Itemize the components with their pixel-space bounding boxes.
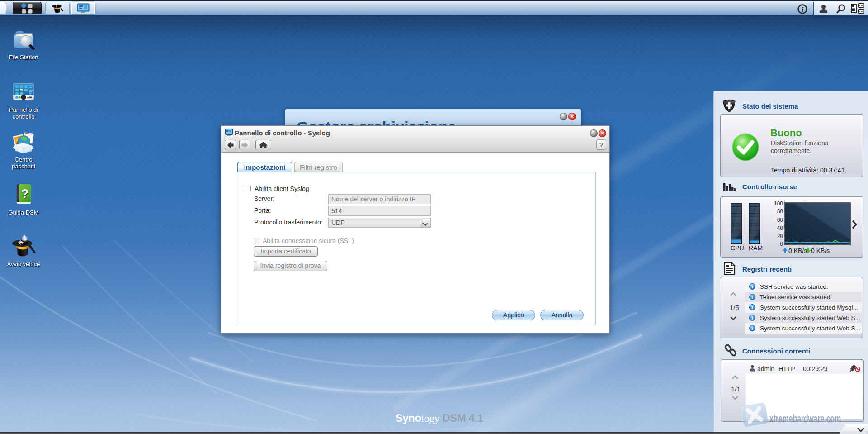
svg-text:0 KB/s: 0 KB/s bbox=[788, 247, 807, 254]
svg-text:20: 20 bbox=[777, 233, 783, 239]
svg-text:40: 40 bbox=[777, 225, 783, 231]
svg-text:i: i bbox=[802, 6, 804, 13]
svg-text:60: 60 bbox=[777, 217, 783, 223]
svg-text:?: ? bbox=[21, 186, 28, 200]
svg-text:80: 80 bbox=[777, 208, 783, 215]
svg-text:RAM: RAM bbox=[749, 244, 763, 252]
svg-text:0 KB/s: 0 KB/s bbox=[811, 247, 830, 254]
svg-text:0: 0 bbox=[780, 241, 783, 247]
svg-text:CPU: CPU bbox=[731, 244, 744, 252]
svg-text:100: 100 bbox=[774, 200, 783, 207]
